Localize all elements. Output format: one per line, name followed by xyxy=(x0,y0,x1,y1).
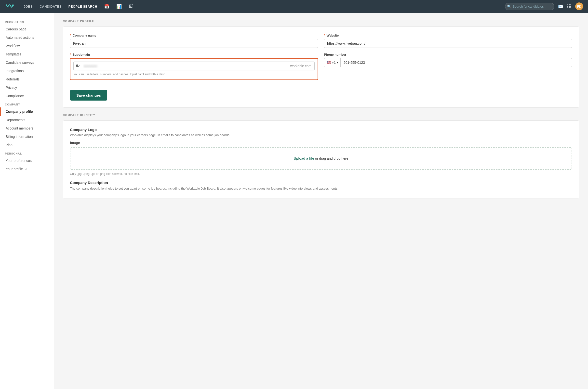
sidebar-section-company: COMPANY xyxy=(0,100,54,107)
search-icon: 🔍 xyxy=(508,5,512,8)
sidebar-item-candidate-surveys[interactable]: Candidate surveys xyxy=(0,58,54,67)
sidebar-item-account-members[interactable]: Account members xyxy=(0,124,54,132)
sidebar-item-departments[interactable]: Departments xyxy=(0,116,54,124)
company-logo-desc: Workable displays your company's logo in… xyxy=(70,133,572,137)
upload-file-link[interactable]: Upload a file xyxy=(294,157,314,161)
company-identity-section-title: COMPANY IDENTITY xyxy=(63,114,579,117)
image-icon[interactable]: 🖼 xyxy=(129,4,133,9)
main-content: COMPANY PROFILE * Company name * Website xyxy=(54,13,588,389)
chart-icon[interactable]: 📊 xyxy=(116,4,122,9)
sidebar-item-templates[interactable]: Templates xyxy=(0,50,54,58)
subdomain-suffix-text: .workable.com xyxy=(286,62,314,70)
company-logo-label: Company Logo xyxy=(70,128,572,132)
subdomain-input-wrap: fiv .workable.com xyxy=(73,62,315,70)
form-row-subdomain-phone: * Subdomain fiv .workable.com You can us… xyxy=(70,53,572,80)
sidebar-item-billing[interactable]: Billing information xyxy=(0,132,54,141)
website-input[interactable] xyxy=(324,39,572,48)
form-divider xyxy=(70,85,572,85)
nav-links: JOBS CANDIDATES PEOPLE SEARCH 📅 📊 🖼 xyxy=(24,4,499,9)
subdomain-label: * Subdomain xyxy=(70,53,318,56)
company-name-label: * Company name xyxy=(70,33,318,37)
subdomain-group-outer: * Subdomain fiv .workable.com You can us… xyxy=(70,53,318,80)
sidebar-item-company-profile[interactable]: Company profile xyxy=(0,107,54,116)
upload-hint-text: Only .jpg, .jpeg, .gif or .png files all… xyxy=(70,172,572,176)
phone-label: Phone number xyxy=(324,53,572,56)
flag-emoji: 🇺🇸 xyxy=(327,61,331,65)
sidebar-item-preferences[interactable]: Your preferences xyxy=(0,157,54,165)
sidebar: RECRUITING Careers page Automated action… xyxy=(0,13,54,389)
phone-number-input[interactable] xyxy=(340,58,572,67)
company-identity-card: Company Logo Workable displays your comp… xyxy=(63,120,579,198)
form-row-name-website: * Company name * Website xyxy=(70,33,572,48)
sidebar-item-plan[interactable]: Plan xyxy=(0,141,54,149)
company-profile-card: * Company name * Website * xyxy=(63,27,579,108)
nav-jobs[interactable]: JOBS xyxy=(24,5,33,8)
svg-point-0 xyxy=(12,4,14,6)
website-group: * Website xyxy=(324,33,572,48)
phone-group: Phone number 🇺🇸 +1 ▾ xyxy=(324,53,572,80)
required-star: * xyxy=(70,33,71,37)
search-input[interactable] xyxy=(505,3,554,10)
company-description-label: Company Description xyxy=(70,181,572,185)
required-star-subdomain: * xyxy=(70,53,71,56)
website-label: * Website xyxy=(324,33,572,37)
phone-country-select[interactable]: 🇺🇸 +1 ▾ xyxy=(324,58,340,67)
phone-code: +1 xyxy=(332,61,336,65)
chevron-down-icon: ▾ xyxy=(337,61,338,64)
nav-candidates[interactable]: CANDIDATES xyxy=(39,5,61,8)
upload-dropzone[interactable]: Upload a file or drag and drop here xyxy=(70,147,572,170)
logo[interactable] xyxy=(5,3,15,10)
apps-grid-icon[interactable] xyxy=(567,4,571,8)
sidebar-item-privacy[interactable]: Privacy xyxy=(0,83,54,92)
search-wrapper: 🔍 xyxy=(505,3,554,10)
mail-icon[interactable]: ✉️ xyxy=(558,4,563,9)
subdomain-blurred-input[interactable] xyxy=(82,62,286,70)
sidebar-item-your-profile[interactable]: Your profile ↗ xyxy=(0,165,54,173)
save-changes-button[interactable]: Save changes xyxy=(70,90,107,100)
avatar[interactable]: FD xyxy=(575,2,583,10)
topnav: JOBS CANDIDATES PEOPLE SEARCH 📅 📊 🖼 🔍 ✉️… xyxy=(0,0,588,13)
subdomain-hint-text: You can use letters, numbers, and dashes… xyxy=(73,72,315,76)
phone-wrap: 🇺🇸 +1 ▾ xyxy=(324,58,572,67)
image-sub-label: Image xyxy=(70,141,572,145)
subdomain-error-container: fiv .workable.com You can use letters, n… xyxy=(70,58,318,80)
required-star-website: * xyxy=(324,33,325,37)
company-description-text: The company description helps to set you… xyxy=(70,186,572,191)
drag-drop-text: or drag and drop here xyxy=(314,157,348,161)
sidebar-section-recruiting: RECRUITING xyxy=(0,18,54,25)
calendar-icon[interactable]: 📅 xyxy=(104,4,109,9)
company-name-input[interactable] xyxy=(70,39,318,48)
sidebar-item-workflow[interactable]: Workflow xyxy=(0,42,54,50)
sidebar-item-referrals[interactable]: Referrals xyxy=(0,75,54,83)
sidebar-item-integrations[interactable]: Integrations xyxy=(0,67,54,75)
external-link-icon: ↗ xyxy=(25,168,27,171)
company-name-group: * Company name xyxy=(70,33,318,48)
topnav-right: 🔍 ✉️ FD xyxy=(505,2,583,10)
sidebar-item-compliance[interactable]: Compliance xyxy=(0,92,54,100)
nav-people-search[interactable]: PEOPLE SEARCH xyxy=(69,5,98,8)
sidebar-item-careers-page[interactable]: Careers page xyxy=(0,25,54,33)
sidebar-item-automated-actions[interactable]: Automated actions xyxy=(0,33,54,42)
subdomain-prefix-text: fiv xyxy=(74,62,82,70)
company-profile-section-title: COMPANY PROFILE xyxy=(63,20,579,23)
sidebar-section-personal: PERSONAL xyxy=(0,149,54,157)
app-body: RECRUITING Careers page Automated action… xyxy=(0,13,588,389)
